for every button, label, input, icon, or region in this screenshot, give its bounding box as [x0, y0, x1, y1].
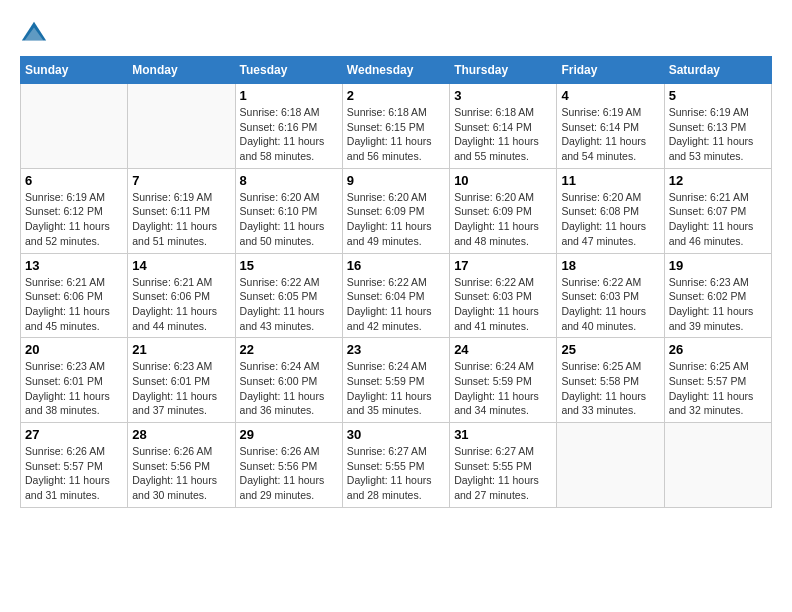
calendar-cell: 10Sunrise: 6:20 AM Sunset: 6:09 PM Dayli…: [450, 168, 557, 253]
calendar-cell: 25Sunrise: 6:25 AM Sunset: 5:58 PM Dayli…: [557, 338, 664, 423]
day-info: Sunrise: 6:24 AM Sunset: 5:59 PM Dayligh…: [347, 359, 445, 418]
day-info: Sunrise: 6:27 AM Sunset: 5:55 PM Dayligh…: [347, 444, 445, 503]
day-number: 8: [240, 173, 338, 188]
calendar-cell: 4Sunrise: 6:19 AM Sunset: 6:14 PM Daylig…: [557, 84, 664, 169]
calendar-cell: [557, 423, 664, 508]
page-header: [20, 20, 772, 48]
calendar-header-tuesday: Tuesday: [235, 57, 342, 84]
day-info: Sunrise: 6:23 AM Sunset: 6:01 PM Dayligh…: [25, 359, 123, 418]
day-number: 15: [240, 258, 338, 273]
day-number: 16: [347, 258, 445, 273]
day-number: 23: [347, 342, 445, 357]
calendar-header-saturday: Saturday: [664, 57, 771, 84]
day-info: Sunrise: 6:20 AM Sunset: 6:09 PM Dayligh…: [454, 190, 552, 249]
calendar-cell: 22Sunrise: 6:24 AM Sunset: 6:00 PM Dayli…: [235, 338, 342, 423]
calendar-cell: 15Sunrise: 6:22 AM Sunset: 6:05 PM Dayli…: [235, 253, 342, 338]
calendar-cell: 7Sunrise: 6:19 AM Sunset: 6:11 PM Daylig…: [128, 168, 235, 253]
day-number: 28: [132, 427, 230, 442]
day-info: Sunrise: 6:23 AM Sunset: 6:02 PM Dayligh…: [669, 275, 767, 334]
calendar-cell: 6Sunrise: 6:19 AM Sunset: 6:12 PM Daylig…: [21, 168, 128, 253]
day-number: 14: [132, 258, 230, 273]
day-number: 1: [240, 88, 338, 103]
day-number: 29: [240, 427, 338, 442]
day-info: Sunrise: 6:19 AM Sunset: 6:12 PM Dayligh…: [25, 190, 123, 249]
day-number: 27: [25, 427, 123, 442]
day-info: Sunrise: 6:20 AM Sunset: 6:09 PM Dayligh…: [347, 190, 445, 249]
day-number: 4: [561, 88, 659, 103]
day-number: 5: [669, 88, 767, 103]
calendar-cell: 27Sunrise: 6:26 AM Sunset: 5:57 PM Dayli…: [21, 423, 128, 508]
calendar-table: SundayMondayTuesdayWednesdayThursdayFrid…: [20, 56, 772, 508]
calendar-cell: 12Sunrise: 6:21 AM Sunset: 6:07 PM Dayli…: [664, 168, 771, 253]
day-number: 7: [132, 173, 230, 188]
calendar-cell: 17Sunrise: 6:22 AM Sunset: 6:03 PM Dayli…: [450, 253, 557, 338]
calendar-cell: [128, 84, 235, 169]
day-info: Sunrise: 6:20 AM Sunset: 6:10 PM Dayligh…: [240, 190, 338, 249]
calendar-header-sunday: Sunday: [21, 57, 128, 84]
calendar-cell: 24Sunrise: 6:24 AM Sunset: 5:59 PM Dayli…: [450, 338, 557, 423]
day-info: Sunrise: 6:18 AM Sunset: 6:15 PM Dayligh…: [347, 105, 445, 164]
day-info: Sunrise: 6:19 AM Sunset: 6:13 PM Dayligh…: [669, 105, 767, 164]
day-info: Sunrise: 6:24 AM Sunset: 5:59 PM Dayligh…: [454, 359, 552, 418]
calendar-cell: 19Sunrise: 6:23 AM Sunset: 6:02 PM Dayli…: [664, 253, 771, 338]
calendar-header-wednesday: Wednesday: [342, 57, 449, 84]
calendar-cell: 3Sunrise: 6:18 AM Sunset: 6:14 PM Daylig…: [450, 84, 557, 169]
day-number: 31: [454, 427, 552, 442]
day-info: Sunrise: 6:23 AM Sunset: 6:01 PM Dayligh…: [132, 359, 230, 418]
day-info: Sunrise: 6:21 AM Sunset: 6:06 PM Dayligh…: [132, 275, 230, 334]
day-number: 30: [347, 427, 445, 442]
calendar-cell: 2Sunrise: 6:18 AM Sunset: 6:15 PM Daylig…: [342, 84, 449, 169]
day-number: 11: [561, 173, 659, 188]
day-number: 25: [561, 342, 659, 357]
calendar-cell: 13Sunrise: 6:21 AM Sunset: 6:06 PM Dayli…: [21, 253, 128, 338]
day-number: 3: [454, 88, 552, 103]
day-number: 9: [347, 173, 445, 188]
calendar-cell: 23Sunrise: 6:24 AM Sunset: 5:59 PM Dayli…: [342, 338, 449, 423]
day-number: 6: [25, 173, 123, 188]
calendar-cell: 11Sunrise: 6:20 AM Sunset: 6:08 PM Dayli…: [557, 168, 664, 253]
day-info: Sunrise: 6:21 AM Sunset: 6:07 PM Dayligh…: [669, 190, 767, 249]
day-number: 18: [561, 258, 659, 273]
day-number: 20: [25, 342, 123, 357]
day-info: Sunrise: 6:25 AM Sunset: 5:58 PM Dayligh…: [561, 359, 659, 418]
day-info: Sunrise: 6:22 AM Sunset: 6:03 PM Dayligh…: [454, 275, 552, 334]
calendar-cell: 21Sunrise: 6:23 AM Sunset: 6:01 PM Dayli…: [128, 338, 235, 423]
day-number: 2: [347, 88, 445, 103]
calendar-cell: [664, 423, 771, 508]
calendar-cell: 30Sunrise: 6:27 AM Sunset: 5:55 PM Dayli…: [342, 423, 449, 508]
calendar-cell: 5Sunrise: 6:19 AM Sunset: 6:13 PM Daylig…: [664, 84, 771, 169]
calendar-week-3: 13Sunrise: 6:21 AM Sunset: 6:06 PM Dayli…: [21, 253, 772, 338]
calendar-cell: 26Sunrise: 6:25 AM Sunset: 5:57 PM Dayli…: [664, 338, 771, 423]
calendar-cell: 9Sunrise: 6:20 AM Sunset: 6:09 PM Daylig…: [342, 168, 449, 253]
calendar-header-thursday: Thursday: [450, 57, 557, 84]
calendar-header-monday: Monday: [128, 57, 235, 84]
day-number: 26: [669, 342, 767, 357]
day-info: Sunrise: 6:19 AM Sunset: 6:14 PM Dayligh…: [561, 105, 659, 164]
calendar-cell: 18Sunrise: 6:22 AM Sunset: 6:03 PM Dayli…: [557, 253, 664, 338]
day-info: Sunrise: 6:22 AM Sunset: 6:03 PM Dayligh…: [561, 275, 659, 334]
day-number: 17: [454, 258, 552, 273]
day-info: Sunrise: 6:26 AM Sunset: 5:56 PM Dayligh…: [132, 444, 230, 503]
logo-icon: [20, 20, 48, 48]
day-info: Sunrise: 6:19 AM Sunset: 6:11 PM Dayligh…: [132, 190, 230, 249]
day-info: Sunrise: 6:24 AM Sunset: 6:00 PM Dayligh…: [240, 359, 338, 418]
calendar-week-4: 20Sunrise: 6:23 AM Sunset: 6:01 PM Dayli…: [21, 338, 772, 423]
calendar-week-1: 1Sunrise: 6:18 AM Sunset: 6:16 PM Daylig…: [21, 84, 772, 169]
day-number: 22: [240, 342, 338, 357]
day-info: Sunrise: 6:21 AM Sunset: 6:06 PM Dayligh…: [25, 275, 123, 334]
day-number: 12: [669, 173, 767, 188]
day-info: Sunrise: 6:22 AM Sunset: 6:05 PM Dayligh…: [240, 275, 338, 334]
calendar-cell: 31Sunrise: 6:27 AM Sunset: 5:55 PM Dayli…: [450, 423, 557, 508]
day-number: 24: [454, 342, 552, 357]
day-info: Sunrise: 6:26 AM Sunset: 5:57 PM Dayligh…: [25, 444, 123, 503]
calendar-cell: [21, 84, 128, 169]
calendar-header-friday: Friday: [557, 57, 664, 84]
calendar-cell: 20Sunrise: 6:23 AM Sunset: 6:01 PM Dayli…: [21, 338, 128, 423]
calendar-cell: 1Sunrise: 6:18 AM Sunset: 6:16 PM Daylig…: [235, 84, 342, 169]
calendar-cell: 8Sunrise: 6:20 AM Sunset: 6:10 PM Daylig…: [235, 168, 342, 253]
day-number: 13: [25, 258, 123, 273]
day-info: Sunrise: 6:18 AM Sunset: 6:16 PM Dayligh…: [240, 105, 338, 164]
day-number: 19: [669, 258, 767, 273]
day-info: Sunrise: 6:27 AM Sunset: 5:55 PM Dayligh…: [454, 444, 552, 503]
day-info: Sunrise: 6:20 AM Sunset: 6:08 PM Dayligh…: [561, 190, 659, 249]
